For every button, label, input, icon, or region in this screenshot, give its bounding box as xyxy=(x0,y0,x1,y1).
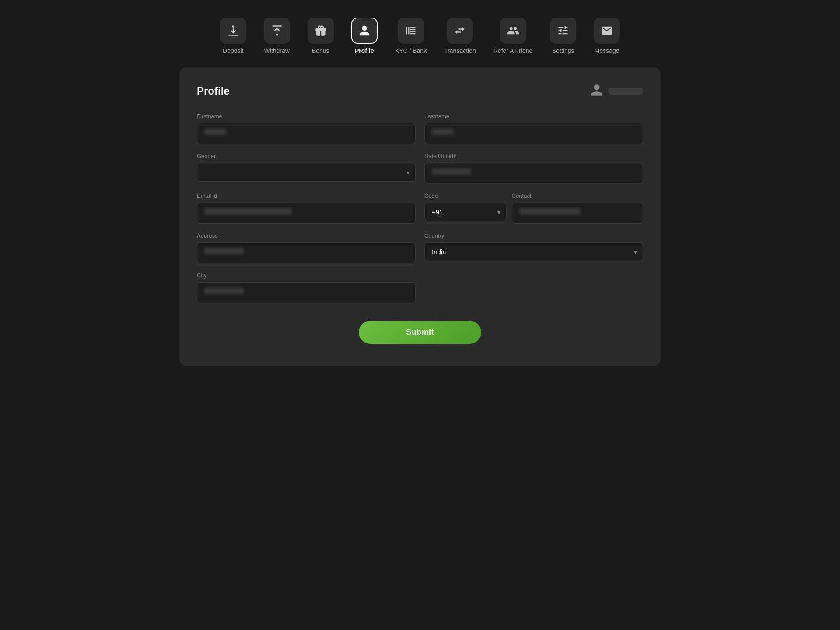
transaction-icon xyxy=(454,24,466,37)
country-group: Country India United States United Kingd… xyxy=(424,232,643,263)
email-value xyxy=(204,208,292,214)
profile-card: Profile Firstname Lastname xyxy=(179,67,661,366)
refer-friend-icon-wrap xyxy=(500,18,526,44)
profile-form: Firstname Lastname Gender Male Female Ot… xyxy=(197,113,643,303)
profile-icon xyxy=(358,24,371,37)
nav-item-message[interactable]: Message xyxy=(594,18,620,54)
lastname-group: Lastname xyxy=(424,113,643,144)
nav-label-transaction: Transaction xyxy=(444,47,476,54)
message-icon-wrap xyxy=(594,18,620,44)
address-value xyxy=(204,248,244,254)
code-contact-row: Code +91 +1 +44 ▾ Contact xyxy=(424,192,643,224)
profile-icon-wrap xyxy=(351,18,378,44)
nav-label-profile: Profile xyxy=(355,47,374,54)
nav-label-settings: Settings xyxy=(552,47,574,54)
avatar-icon xyxy=(590,83,604,99)
address-label: Address xyxy=(197,232,416,239)
user-info xyxy=(590,83,643,99)
contact-value xyxy=(519,208,581,214)
nav-label-kyc-bank: KYC / Bank xyxy=(395,47,427,54)
country-select-wrapper: India United States United Kingdom ▾ xyxy=(424,242,643,261)
dob-value xyxy=(432,168,471,175)
lastname-value xyxy=(432,129,454,135)
nav-label-withdraw: Withdraw xyxy=(264,47,290,54)
nav-item-refer-a-friend[interactable]: Refer A Friend xyxy=(494,18,533,54)
message-icon xyxy=(601,24,613,37)
nav-item-transaction[interactable]: Transaction xyxy=(444,18,476,54)
contact-group: Contact xyxy=(512,192,643,224)
nav-label-bonus: Bonus xyxy=(312,47,329,54)
city-label: City xyxy=(197,272,416,279)
settings-icon xyxy=(557,24,569,37)
transaction-icon-wrap xyxy=(447,18,473,44)
settings-icon-wrap xyxy=(550,18,576,44)
empty-cell xyxy=(424,272,643,303)
gender-select-wrapper: Male Female Other ▾ xyxy=(197,163,416,182)
deposit-icon-wrap xyxy=(220,18,246,44)
email-label: Email id xyxy=(197,192,416,199)
city-group: City xyxy=(197,272,416,303)
code-group: Code +91 +1 +44 ▾ xyxy=(424,192,507,224)
nav-item-deposit[interactable]: Deposit xyxy=(220,18,246,54)
submit-wrap: Submit xyxy=(197,321,643,344)
gender-group: Gender Male Female Other ▾ xyxy=(197,153,416,184)
firstname-value xyxy=(204,129,226,135)
dob-group: Date Of birth xyxy=(424,153,643,184)
profile-header: Profile xyxy=(197,83,643,99)
withdraw-icon-wrap xyxy=(264,18,290,44)
refer-friend-icon xyxy=(507,24,519,37)
nav-label-message: Message xyxy=(595,47,620,54)
nav-label-refer-a-friend: Refer A Friend xyxy=(494,47,533,54)
nav-label-deposit: Deposit xyxy=(223,47,243,54)
city-value xyxy=(204,288,244,294)
code-label: Code xyxy=(424,192,507,199)
bonus-icon xyxy=(315,24,327,37)
navigation-bar: Deposit Withdraw Bonus Profile xyxy=(158,18,682,54)
code-contact-group: Code +91 +1 +44 ▾ Contact xyxy=(424,192,643,224)
nav-item-settings[interactable]: Settings xyxy=(550,18,576,54)
contact-label: Contact xyxy=(512,192,643,199)
nav-item-kyc-bank[interactable]: KYC / Bank xyxy=(395,18,427,54)
country-label: Country xyxy=(424,232,643,239)
code-select[interactable]: +91 +1 +44 xyxy=(424,203,507,221)
email-group: Email id xyxy=(197,192,416,224)
address-group: Address xyxy=(197,232,416,263)
lastname-label: Lastname xyxy=(424,113,643,119)
kyc-bank-icon-wrap xyxy=(398,18,424,44)
withdraw-icon xyxy=(271,24,283,37)
bonus-icon-wrap xyxy=(308,18,334,44)
dob-label: Date Of birth xyxy=(424,153,643,159)
page-title: Profile xyxy=(197,85,230,97)
submit-button[interactable]: Submit xyxy=(359,321,481,344)
firstname-group: Firstname xyxy=(197,113,416,144)
nav-item-profile[interactable]: Profile xyxy=(351,18,378,54)
gender-label: Gender xyxy=(197,153,416,159)
country-select[interactable]: India United States United Kingdom xyxy=(424,242,643,261)
deposit-icon xyxy=(227,24,239,37)
username-display xyxy=(608,88,643,94)
code-select-wrapper: +91 +1 +44 ▾ xyxy=(424,203,507,221)
nav-item-bonus[interactable]: Bonus xyxy=(308,18,334,54)
nav-item-withdraw[interactable]: Withdraw xyxy=(264,18,290,54)
gender-select[interactable]: Male Female Other xyxy=(197,163,416,182)
firstname-label: Firstname xyxy=(197,113,416,119)
kyc-bank-icon xyxy=(405,24,417,37)
